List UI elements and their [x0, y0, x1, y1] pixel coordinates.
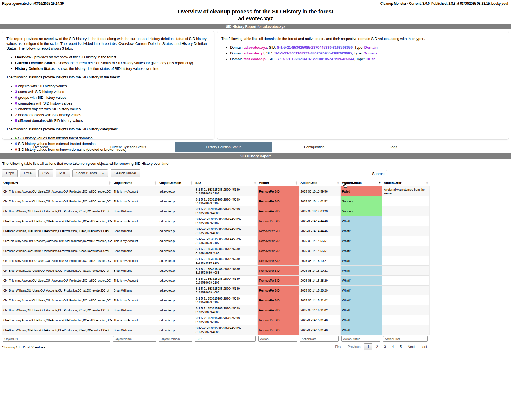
- cell-objectname: Brian Williams: [112, 246, 158, 256]
- table-row: CN=This is my Account,OU=Users,OU=Accoun…: [2, 315, 429, 325]
- cell-objectdomain: ad.evotec.pl: [158, 276, 194, 286]
- tab-overview[interactable]: Overview: [0, 142, 81, 152]
- column-header-action[interactable]: Action▲▼: [257, 179, 299, 186]
- stat-value: 3: [15, 84, 17, 88]
- filter-input-actionerror[interactable]: [383, 336, 428, 342]
- pagination-button-first[interactable]: First: [333, 344, 344, 350]
- filter-input-action[interactable]: [258, 336, 297, 342]
- search-input[interactable]: [386, 170, 429, 177]
- column-header-sid[interactable]: SID▲▼: [194, 179, 257, 186]
- column-header-actiondate[interactable]: ActionDate▲▼: [299, 179, 340, 186]
- tab-history-deletion-status[interactable]: History Deletion Status: [175, 142, 272, 152]
- cell-action: RemovePerSID: [257, 216, 299, 226]
- stat-value: 0: [15, 101, 17, 105]
- table-row: CN=This is my Account,OU=Users,OU=Accoun…: [2, 295, 429, 305]
- cell-sid: S-1-5-21-853615985-2870445339-3163598659…: [194, 236, 257, 246]
- cell-objectdomain: ad.evotec.pl: [158, 305, 194, 315]
- domain-sid: S-1-5-21-853615985-2870445339-3163598659: [277, 45, 353, 50]
- cell-objectdn: CN=This is my Account,OU=Users,OU=Accoun…: [2, 276, 112, 286]
- column-header-objectdn[interactable]: ObjectDN▲▼: [2, 179, 112, 186]
- section-bar-sid-history-report-for-forest: SID History Report for ad.evotec.xyz: [0, 24, 511, 29]
- bullet-bold-label: History Deletion Status: [15, 67, 55, 71]
- pdf-button[interactable]: PDF: [56, 169, 70, 177]
- domain-name: ad.evotec.xyz: [244, 45, 267, 50]
- cell-actionstatus: WhatIf: [340, 325, 382, 335]
- cell-objectdomain: ad.evotec.pl: [158, 216, 194, 226]
- app-version-text: Cleanup Monster - Current: 3.0.0, Publis…: [380, 2, 508, 6]
- cell-actionstatus: WhatIf: [340, 236, 382, 246]
- cell-objectdn: CN=This is my Account,OU=Users,OU=Accoun…: [2, 236, 112, 246]
- cell-sid: S-1-5-21-853615985-2870445339-3163598659…: [194, 216, 257, 226]
- tab-current-deletion-status[interactable]: Current Deletion Status: [81, 142, 175, 152]
- excel-button[interactable]: Excel: [20, 169, 36, 177]
- table-row: CN=This is my Account,OU=Users,OU=Accoun…: [2, 236, 429, 246]
- table-row: CN=This is my Account,OU=Users,OU=Accoun…: [2, 256, 429, 266]
- filter-input-objectdomain[interactable]: [159, 336, 192, 342]
- table-header-row: ObjectDN▲▼ObjectName▲▼ObjectDomain▲▼SID▲…: [2, 179, 429, 186]
- page-title: Overview of cleanup process for the SID …: [0, 9, 511, 15]
- stat-item: 1 enabled objects with SID history value…: [15, 107, 210, 112]
- search-builder-button[interactable]: Search Builder: [111, 169, 140, 177]
- cell-objectdn: CN=This is my Account,OU=Users,OU=Accoun…: [2, 295, 112, 305]
- cell-objectdomain: ad.evotec.pl: [158, 206, 194, 216]
- bullet-bold-label: Current Deletion Status: [15, 61, 55, 65]
- pagination-button-2[interactable]: 2: [374, 344, 380, 350]
- column-header-actionerror[interactable]: ActionError▲▼: [382, 179, 429, 186]
- cell-objectdomain: ad.evotec.pl: [158, 325, 194, 335]
- stat-value: 5: [15, 119, 17, 123]
- filter-input-objectname[interactable]: [113, 336, 156, 342]
- tab-configuration[interactable]: Configuration: [272, 142, 356, 152]
- cell-actionerror: A referral was returned from the server.: [382, 186, 429, 196]
- table-row: CN=This is my Account,OU=Users,OU=Accoun…: [2, 276, 429, 286]
- sort-arrows-icon: ▲▼: [108, 181, 111, 185]
- domain-item: Domain ad.evotec.pl, SID: S-1-5-21-36611…: [230, 51, 505, 56]
- cell-action: RemovePerSID: [257, 266, 299, 276]
- sort-arrows-icon: ▲▼: [190, 181, 193, 185]
- filter-input-actionstatus[interactable]: [341, 336, 380, 342]
- report-tab-bullet: Overview - provides an overview of the S…: [15, 55, 210, 60]
- cell-actiondate: 2025-03-16 14:01:52: [299, 196, 340, 206]
- filter-input-objectdn[interactable]: [3, 336, 110, 342]
- cell-sid: S-1-5-21-853615985-2870445339-3163598659…: [194, 206, 257, 216]
- column-header-objectdomain[interactable]: ObjectDomain▲▼: [158, 179, 194, 186]
- copy-button[interactable]: Copy: [2, 169, 18, 177]
- pagination-button-5[interactable]: 5: [397, 344, 404, 350]
- cell-objectname: This is my Account: [112, 256, 158, 266]
- pagination-button-4[interactable]: 4: [390, 344, 396, 350]
- cell-objectname: This is my Account: [112, 315, 158, 325]
- filter-input-actiondate[interactable]: [300, 336, 339, 342]
- cell-actionerror: [382, 226, 429, 236]
- cell-actiondate: 2025-03-14 15:31:02: [299, 305, 340, 315]
- cell-objectname: Brian Williams: [112, 266, 158, 276]
- cell-objectname: This is my Account: [112, 196, 158, 206]
- cell-objectdomain: ad.evotec.pl: [158, 315, 194, 325]
- csv-button[interactable]: CSV: [38, 169, 53, 177]
- cell-sid: S-1-5-21-853615985-2870445339-3163598659…: [194, 286, 257, 295]
- domain-name: test.evotec.pl: [244, 57, 266, 61]
- stat-value: 6: [15, 136, 17, 140]
- pagination-button-next[interactable]: Next: [405, 344, 417, 350]
- show-rows-dropdown[interactable]: Show 15 rows▼: [72, 169, 108, 177]
- domains-panel: The following table lists all domains in…: [217, 31, 509, 140]
- pagination-button-last[interactable]: Last: [418, 344, 429, 350]
- pagination-button-3[interactable]: 3: [382, 344, 388, 350]
- column-header-objectname[interactable]: ObjectName▲▼: [112, 179, 158, 186]
- cell-actiondate: 2025-03-14 15:28:29: [299, 286, 340, 295]
- filter-input-sid[interactable]: [195, 336, 256, 342]
- cell-objectname: Brian Williams: [112, 206, 158, 216]
- pagination-button-previous[interactable]: Previous: [345, 344, 363, 350]
- cell-actiondate: 2025-03-14 14:44:46: [299, 226, 340, 236]
- domain-name: ad.evotec.pl: [244, 51, 264, 55]
- cell-objectdn: CN=Brian Williams,OU=Users,OU=Accounts,O…: [2, 206, 112, 216]
- report-generated-text: Report generated on 03/16/2025 15:14:39: [2, 2, 64, 6]
- table-row: CN=This is my Account,OU=Users,OU=Accoun…: [2, 216, 429, 226]
- pagination-button-1[interactable]: 1: [364, 343, 372, 350]
- cell-sid: S-1-5-21-853615985-2870445339-3163598659…: [194, 305, 257, 315]
- cell-objectname: This is my Account: [112, 186, 158, 196]
- cell-action: RemovePerSID: [257, 246, 299, 256]
- search-label: Search:: [372, 172, 385, 176]
- cell-objectdomain: ad.evotec.pl: [158, 196, 194, 206]
- tab-logs[interactable]: Logs: [356, 142, 430, 152]
- sort-arrows-icon: ▲▼: [254, 181, 256, 185]
- cell-actiondate: 2025-03-16 13:59:56: [299, 186, 340, 196]
